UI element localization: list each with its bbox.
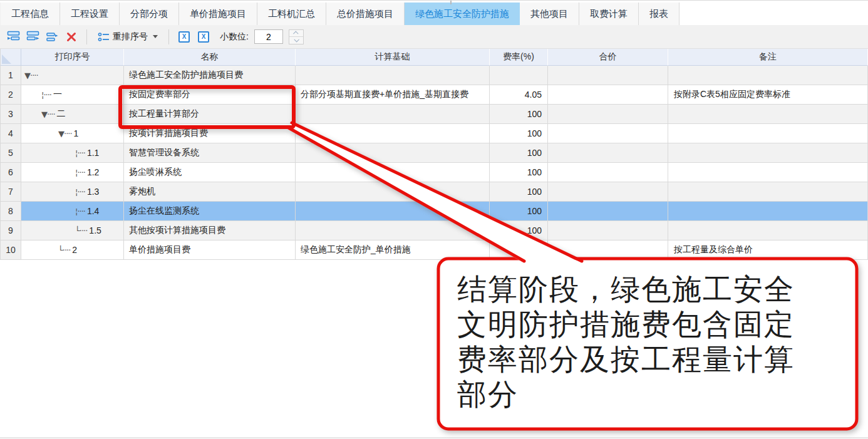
table-row[interactable]: 2 ¦····一 按固定费率部分 分部分项基期直接费+单价措施_基期直接费 4.… bbox=[1, 85, 868, 105]
tree-toggle-icon[interactable]: ▼···· bbox=[58, 129, 72, 138]
calc-base-cell[interactable] bbox=[296, 182, 490, 202]
col-header-rate[interactable]: 费率(%) bbox=[490, 49, 548, 66]
table-row[interactable]: 3 ▼····二 按工程量计算部分 100 bbox=[1, 105, 868, 124]
print-seq-cell[interactable]: ▼····二 bbox=[21, 105, 124, 124]
total-cell[interactable] bbox=[548, 202, 668, 221]
total-cell[interactable] bbox=[548, 124, 668, 143]
col-header-print-seq[interactable]: 打印序号 bbox=[21, 49, 124, 66]
calc-base-cell[interactable] bbox=[296, 221, 490, 240]
remark-cell[interactable] bbox=[668, 105, 868, 124]
tree-toggle-icon[interactable]: ▼···· bbox=[41, 110, 55, 119]
calc-base-cell[interactable] bbox=[296, 66, 490, 85]
print-seq-cell[interactable]: └····1.5 bbox=[21, 221, 124, 240]
remark-cell[interactable] bbox=[668, 124, 868, 143]
row-number[interactable]: 4 bbox=[1, 124, 21, 143]
col-header-calc-base[interactable]: 计算基础 bbox=[296, 49, 490, 66]
name-cell[interactable]: 扬尘喷淋系统 bbox=[124, 163, 296, 182]
row-number[interactable]: 7 bbox=[1, 182, 21, 202]
total-cell[interactable] bbox=[548, 163, 668, 182]
tab-green-construction-safety-measures[interactable]: 绿色施工安全防护措施 bbox=[405, 3, 520, 25]
rate-cell[interactable]: 100 bbox=[490, 163, 548, 182]
table-row[interactable]: 10 └····2 单价措施项目费 绿色施工安全防护_单价措施 100 按工程量… bbox=[1, 240, 868, 260]
excel-export-button[interactable]: X bbox=[197, 30, 210, 44]
excel-import-button[interactable]: X bbox=[177, 30, 191, 44]
rate-cell[interactable]: 100 bbox=[490, 202, 548, 221]
total-cell[interactable] bbox=[548, 221, 668, 240]
calc-base-cell[interactable]: 绿色施工安全防护_单价措施 bbox=[296, 240, 490, 260]
print-seq-cell[interactable]: ¦····一 bbox=[21, 85, 124, 105]
name-cell[interactable]: 单价措施项目费 bbox=[124, 240, 296, 260]
row-number[interactable]: 9 bbox=[1, 221, 21, 240]
remark-cell[interactable]: 按附录C表5相应固定费率标准 bbox=[668, 85, 868, 105]
name-cell[interactable]: 按项计算措施项目费 bbox=[124, 124, 296, 143]
name-cell[interactable]: 雾炮机 bbox=[124, 182, 296, 202]
calc-base-cell[interactable] bbox=[296, 124, 490, 143]
append-row-button[interactable] bbox=[45, 30, 59, 44]
print-seq-cell[interactable]: ¦····1.4 bbox=[21, 202, 124, 221]
name-cell[interactable]: 扬尘在线监测系统 bbox=[124, 202, 296, 221]
spinner-down-button[interactable] bbox=[289, 36, 303, 44]
table-row[interactable]: 1 ▼···· 绿色施工安全防护措施项目费 bbox=[1, 66, 868, 85]
total-cell[interactable] bbox=[548, 105, 668, 124]
remark-cell[interactable] bbox=[668, 66, 868, 85]
col-header-total[interactable]: 合价 bbox=[548, 49, 668, 66]
rate-cell[interactable]: 100 bbox=[490, 182, 548, 202]
calc-base-cell[interactable]: 分部分项基期直接费+单价措施_基期直接费 bbox=[296, 85, 490, 105]
row-number[interactable]: 1 bbox=[1, 66, 21, 85]
name-cell[interactable]: 按工程量计算部分 bbox=[124, 105, 296, 124]
row-number[interactable]: 10 bbox=[1, 240, 21, 260]
tab-unit-price-measures[interactable]: 单价措施项目 bbox=[179, 3, 257, 25]
print-seq-cell[interactable]: └····2 bbox=[21, 240, 124, 260]
row-number[interactable]: 8 bbox=[1, 202, 21, 221]
reorder-sequence-button[interactable]: 重排序号 bbox=[95, 30, 160, 44]
print-seq-cell[interactable]: ¦····1.1 bbox=[21, 143, 124, 163]
rate-cell[interactable]: 100 bbox=[490, 143, 548, 163]
delete-row-button[interactable] bbox=[65, 30, 78, 44]
tab-project-settings[interactable]: 工程设置 bbox=[60, 3, 120, 25]
table-row[interactable]: 7 ¦····1.3 雾炮机 100 bbox=[1, 182, 868, 202]
remark-cell[interactable] bbox=[668, 221, 868, 240]
remark-cell[interactable] bbox=[668, 143, 868, 163]
total-cell[interactable] bbox=[548, 182, 668, 202]
spinner-up-button[interactable] bbox=[289, 30, 303, 37]
tab-total-price-measures[interactable]: 总价措施项目 bbox=[326, 3, 405, 25]
select-all-corner[interactable] bbox=[1, 49, 21, 66]
table-row[interactable]: 6 ¦····1.2 扬尘喷淋系统 100 bbox=[1, 163, 868, 182]
total-cell[interactable] bbox=[548, 66, 668, 85]
rate-cell[interactable]: 100 bbox=[490, 105, 548, 124]
table-row[interactable]: 8 ¦····1.4 扬尘在线监测系统 100 bbox=[1, 202, 868, 221]
calc-base-cell[interactable] bbox=[296, 105, 490, 124]
rate-cell[interactable]: 100 bbox=[490, 240, 548, 260]
rate-cell[interactable]: 4.05 bbox=[490, 85, 548, 105]
calc-base-cell[interactable] bbox=[296, 202, 490, 221]
calc-base-cell[interactable] bbox=[296, 143, 490, 163]
col-header-remark[interactable]: 备注 bbox=[668, 49, 868, 66]
print-seq-cell[interactable]: ¦····1.2 bbox=[21, 163, 124, 182]
remark-cell[interactable]: 按工程量及综合单价 bbox=[668, 240, 868, 260]
row-number[interactable]: 3 bbox=[1, 105, 21, 124]
name-cell[interactable]: 绿色施工安全防护措施项目费 bbox=[124, 66, 296, 85]
name-cell[interactable]: 其他按项计算措施项目费 bbox=[124, 221, 296, 240]
row-number[interactable]: 2 bbox=[1, 85, 21, 105]
tree-toggle-icon[interactable]: ▼···· bbox=[24, 71, 38, 80]
decimal-places-input[interactable] bbox=[254, 29, 283, 44]
name-cell[interactable]: 智慧管理设备系统 bbox=[124, 143, 296, 163]
remark-cell[interactable] bbox=[668, 182, 868, 202]
rate-cell[interactable] bbox=[490, 66, 548, 85]
table-row[interactable]: 9 └····1.5 其他按项计算措施项目费 100 bbox=[1, 221, 868, 240]
tab-fee-calculation[interactable]: 取费计算 bbox=[579, 3, 639, 25]
tab-labor-material-summary[interactable]: 工料机汇总 bbox=[257, 3, 326, 25]
remark-cell[interactable] bbox=[668, 163, 868, 182]
row-number[interactable]: 5 bbox=[1, 143, 21, 163]
table-row[interactable]: 5 ¦····1.1 智慧管理设备系统 100 bbox=[1, 143, 868, 163]
print-seq-cell[interactable]: ▼···· bbox=[21, 66, 124, 85]
print-seq-cell[interactable]: ¦····1.3 bbox=[21, 182, 124, 202]
total-cell[interactable] bbox=[548, 85, 668, 105]
print-seq-cell[interactable]: ▼····1 bbox=[21, 124, 124, 143]
calc-base-cell[interactable] bbox=[296, 163, 490, 182]
total-cell[interactable] bbox=[548, 143, 668, 163]
col-header-name[interactable]: 名称 bbox=[124, 49, 296, 66]
insert-child-row-button[interactable] bbox=[26, 30, 39, 44]
rate-cell[interactable]: 100 bbox=[490, 221, 548, 240]
table-row[interactable]: 4 ▼····1 按项计算措施项目费 100 bbox=[1, 124, 868, 143]
